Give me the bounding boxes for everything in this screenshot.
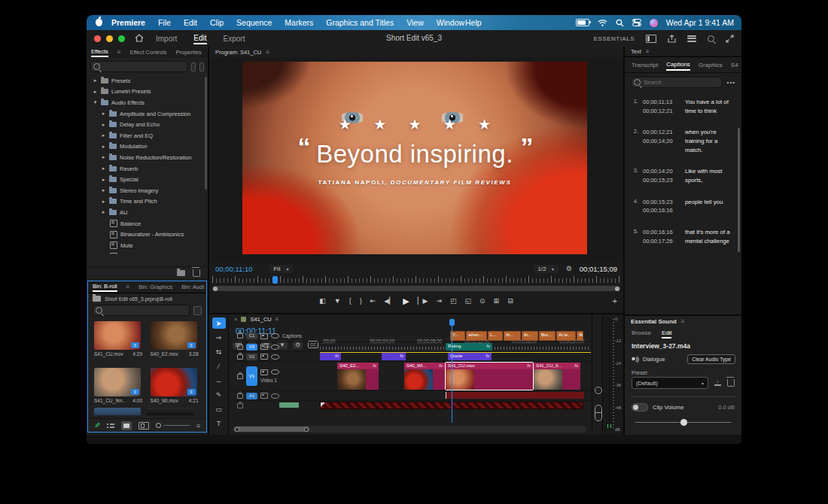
thumbnail-zoom-slider[interactable]	[156, 423, 189, 428]
sync-lock-icon[interactable]	[260, 369, 268, 375]
bin-search-input[interactable]	[93, 305, 190, 316]
pen-tool-button[interactable]: ✎	[212, 389, 226, 400]
overwrite-button[interactable]: ⊟	[507, 298, 513, 305]
spotlight-search-icon[interactable]	[616, 19, 624, 27]
caption-row[interactable]: 2. 00;00;12;2100;00;14;20 when you're tr…	[629, 128, 738, 154]
icon-view-icon[interactable]	[121, 421, 132, 430]
clip-thumbnail[interactable]: ≡	[94, 368, 141, 396]
effects-tree-item-time-and-pitch[interactable]: ▸ Time and Pitch	[87, 196, 208, 208]
effects-tree-item-panner-ambisonics[interactable]: Panner - Ambisonics	[87, 251, 208, 255]
menu-sequence[interactable]: Sequence	[236, 18, 272, 27]
effects-tree-item-special[interactable]: ▸ Special	[87, 174, 208, 185]
apple-menu-icon[interactable]	[96, 19, 102, 26]
text-tab-transcript[interactable]: Transcript	[632, 62, 658, 68]
chevron-right-icon[interactable]: ▸	[101, 177, 106, 183]
program-scrollbar[interactable]	[212, 286, 620, 291]
bin-tab-bin-audi[interactable]: Bin: Audi	[181, 284, 204, 290]
mark-in-button[interactable]: {	[349, 298, 352, 305]
effects-tree-item-au[interactable]: ▸ AU	[87, 207, 208, 218]
add-marker-button[interactable]: ▼	[334, 298, 341, 305]
es-tab-edit[interactable]: Edit	[662, 328, 671, 339]
text-tab-s4[interactable]: S4	[731, 62, 738, 68]
program-monitor-tab[interactable]: Program: S41_CU	[215, 49, 261, 56]
close-sequence-icon[interactable]: ×	[234, 316, 237, 323]
find-in-bin-icon[interactable]	[191, 62, 196, 71]
es-tab-browse[interactable]: Browse	[632, 329, 651, 336]
rectangle-tool-button[interactable]: ▭	[212, 403, 226, 414]
effects-search-input[interactable]	[90, 61, 187, 72]
menu-file[interactable]: File	[158, 18, 171, 27]
sequence-tab[interactable]: S41_CU	[250, 316, 271, 323]
bin-filter-icon[interactable]	[193, 306, 202, 315]
chevron-right-icon[interactable]: ▸	[101, 144, 106, 150]
toggle-track-output-icon[interactable]	[271, 333, 279, 339]
new-custom-bin-icon[interactable]	[177, 270, 185, 276]
fullscreen-icon[interactable]	[726, 35, 734, 43]
caption-clip[interactable]: Y...	[450, 331, 465, 341]
text-panel-title[interactable]: Text	[631, 48, 641, 55]
chevron-right-icon[interactable]: ▸	[93, 89, 98, 95]
comparison-view-button[interactable]: ◧	[319, 298, 326, 305]
toggle-track-output-icon[interactable]	[271, 354, 279, 360]
bin-item-s40-wi-mov[interactable]: ≡ S40_WI.mov 4:21	[151, 368, 199, 410]
new-preset-bin-icon[interactable]	[199, 62, 204, 71]
track-target-badge[interactable]: A1	[246, 393, 257, 399]
menu-edit[interactable]: Edit	[184, 18, 197, 27]
audio-clip[interactable]	[446, 392, 584, 399]
timeline-playhead[interactable]	[452, 325, 452, 423]
lock-track-icon[interactable]	[237, 393, 243, 399]
go-to-in-button[interactable]: ⇤	[370, 298, 376, 305]
caption-timecodes[interactable]: 00;00;15;2300;00;16;16	[643, 198, 680, 215]
essential-sound-title[interactable]: Essential Sound	[631, 318, 677, 325]
mark-out-button[interactable]: }	[360, 298, 362, 305]
chevron-right-icon[interactable]: ▸	[101, 187, 106, 193]
caption-timecodes[interactable]: 00;00;14;2000;00;15;23	[643, 167, 680, 184]
header-tab-import[interactable]: Import	[156, 35, 177, 43]
razor-tool-button[interactable]: ∕	[212, 360, 226, 372]
captions-search-input[interactable]	[631, 77, 723, 88]
effects-tree-item-mute[interactable]: Mute	[87, 240, 208, 251]
sync-lock-icon[interactable]	[260, 333, 268, 339]
save-preset-icon[interactable]	[714, 380, 721, 386]
home-icon[interactable]	[135, 34, 144, 42]
toggle-track-output-icon[interactable]	[271, 345, 279, 350]
freeform-view-icon[interactable]	[139, 422, 149, 430]
lock-track-icon[interactable]	[237, 374, 243, 379]
lift-button[interactable]: ◰	[450, 298, 457, 305]
program-mini-ruler[interactable]	[212, 275, 620, 284]
panel-menu-icon[interactable]: ≡	[266, 49, 269, 56]
sync-lock-icon[interactable]	[260, 354, 268, 360]
panel-menu-icon[interactable]: ≡	[117, 49, 121, 56]
selection-tool-button[interactable]: ➤	[212, 317, 226, 329]
caption-clip[interactable]: L...	[488, 331, 503, 341]
effects-tab-effects[interactable]: Effects	[91, 48, 108, 57]
toggle-track-output-icon[interactable]	[271, 393, 279, 399]
program-timecode[interactable]: 00;00;11;10	[215, 265, 252, 273]
effects-tree-item-stereo-imagery[interactable]: ▸ Stereo Imagery	[87, 185, 208, 196]
menu-clip[interactable]: Clip	[210, 18, 224, 27]
panel-menu-icon[interactable]: ≡	[646, 48, 650, 55]
text-tab-captions[interactable]: Captions	[666, 59, 690, 71]
lock-track-icon[interactable]	[237, 345, 243, 350]
graphic-clip[interactable]: fx	[382, 353, 406, 360]
playback-resolution-dropdown[interactable]: 1/2▾	[534, 265, 559, 273]
header-tab-export[interactable]: Export	[224, 35, 245, 43]
go-to-out-button[interactable]: ⇥	[436, 298, 442, 305]
effects-tree-item-reverb[interactable]: ▸ Reverb	[87, 163, 208, 175]
track-target-badge[interactable]: V3	[246, 344, 257, 351]
menubar-clock[interactable]: Wed Apr 1 9:41 AM	[666, 18, 734, 27]
type-tool-button[interactable]: T	[212, 417, 226, 429]
menu-help[interactable]: Help	[465, 18, 482, 27]
bin-tab-bin-b-roll[interactable]: Bin: B-roll	[93, 283, 117, 292]
effects-tree-item-delay-and-echo[interactable]: ▸ Delay and Echo	[87, 119, 208, 130]
caption-row[interactable]: 3. 00;00;14;2000;00;15;23 Like with most…	[629, 167, 738, 184]
menu-view[interactable]: View	[406, 18, 424, 27]
caption-row[interactable]: 1. 00;00;11;1300;00;12;21 You have a lot…	[629, 98, 738, 115]
video-clip-s41-cu-mov[interactable]: S41_CU.movfx	[446, 363, 533, 390]
siri-icon[interactable]	[650, 19, 658, 27]
effects-tree-item-lumetri-presets[interactable]: ▸ Lumetri Presets	[87, 87, 208, 98]
sync-lock-icon[interactable]	[260, 344, 268, 350]
effects-tree-item-audio-effects[interactable]: ▾ Audio Effects	[87, 97, 208, 108]
extract-button[interactable]: ◱	[465, 298, 472, 305]
list-view-icon[interactable]	[107, 423, 114, 429]
